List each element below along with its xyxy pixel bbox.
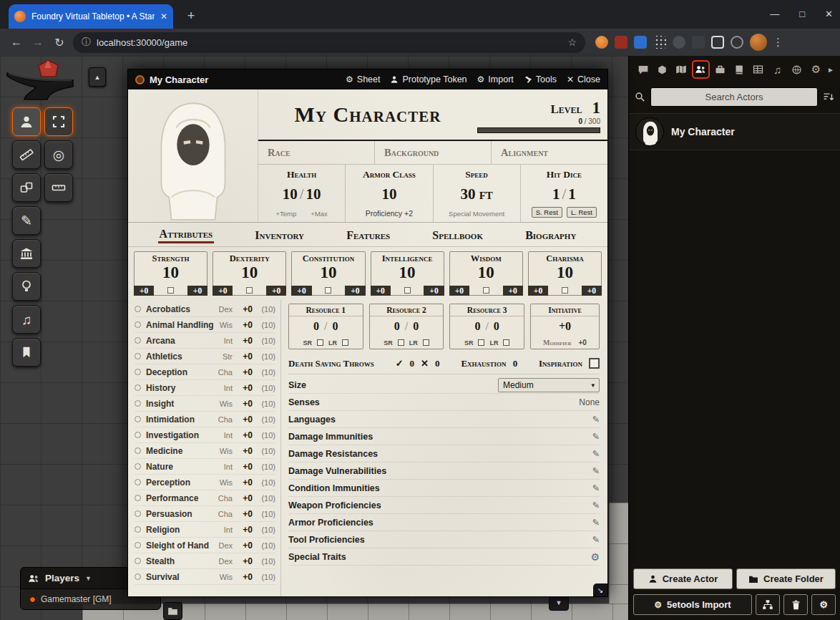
maximize-icon[interactable]: □ [799,9,805,19]
search-actors-input[interactable] [650,87,818,107]
resource-value[interactable]: 0 [394,320,400,333]
token-controls-button[interactable] [12,107,41,136]
skill-proficiency-toggle[interactable] [135,542,141,548]
death-success-count[interactable]: 0 [410,358,415,369]
save-proficiency-checkbox[interactable] [325,287,331,294]
tab-scenes[interactable] [673,60,690,79]
sheet-button[interactable]: ⚙Sheet [346,74,380,84]
bookmark-star-icon[interactable]: ☆ [567,37,577,48]
inspiration-checkbox[interactable] [589,358,600,369]
skill-name[interactable]: Religion [146,525,214,535]
window-resize-handle[interactable]: ↘ [593,583,607,596]
delete-button[interactable] [783,594,808,615]
sheet-tab-features[interactable]: Features [345,227,391,243]
size-select[interactable]: Medium▾ [498,378,600,392]
lr-checkbox[interactable] [342,339,348,346]
background-field[interactable]: Background [375,141,492,164]
death-fail-icon[interactable]: ✕ [421,358,429,369]
edit-icon[interactable]: ✎ [592,465,600,476]
resource-value[interactable]: 0 [313,320,319,333]
edit-icon[interactable]: ✎ [592,517,600,528]
ac-value[interactable]: 10 [381,185,396,203]
skill-name[interactable]: Athletics [146,352,214,362]
ability-score[interactable]: 10 [213,264,285,281]
url-text[interactable]: localhost:30000/game [97,37,562,48]
initiative-modifier-value[interactable]: +0 [578,339,586,347]
skill-proficiency-toggle[interactable] [135,463,141,470]
xp-line[interactable]: 0 / 300 [477,117,600,125]
extension-icon[interactable] [595,36,608,49]
skill-name[interactable]: Arcana [146,336,214,346]
edit-icon[interactable]: ✎ [592,414,600,425]
skill-name[interactable]: History [146,383,214,393]
extension-icon[interactable] [615,36,627,49]
sr-checkbox[interactable] [398,339,404,346]
skill-name[interactable]: Stealth [146,556,214,566]
hp-max[interactable]: 10 [306,185,321,203]
skill-row-deception[interactable]: DeceptionCha+0(10) [135,364,275,380]
alignment-field[interactable]: Alignment [492,141,607,164]
resource-max[interactable]: 0 [413,320,419,333]
drawing-controls-button[interactable]: ✎ [12,206,41,235]
notes-controls-button[interactable] [12,338,41,367]
skill-proficiency-toggle[interactable] [135,495,141,501]
tab-close-icon[interactable]: ✕ [160,11,167,21]
ruler-tool-button[interactable] [44,173,73,202]
back-icon[interactable]: ← [6,36,27,49]
save-proficiency-checkbox[interactable] [167,287,174,294]
folder-tree-button[interactable] [756,594,780,615]
resource-max[interactable]: 0 [333,320,338,333]
skill-proficiency-toggle[interactable] [135,479,141,485]
tab-compendium[interactable] [788,60,806,79]
macro-folder-button[interactable] [163,602,182,620]
skill-name[interactable]: Survival [146,572,214,582]
skill-row-intimidation[interactable]: IntimidationCha+0(10) [135,412,275,427]
hit-dice-value[interactable]: 1 [552,185,560,203]
skill-name[interactable]: Deception [146,367,214,377]
sheet-tab-inventory[interactable]: Inventory [253,227,306,243]
lr-checkbox[interactable] [503,339,509,346]
edit-icon[interactable]: ✎ [592,483,600,493]
race-field[interactable]: Race [258,141,375,164]
actor-list-item[interactable]: My Character [629,113,840,150]
lr-checkbox[interactable] [423,339,429,346]
long-rest-button[interactable]: L. Rest [567,207,597,218]
skill-row-sleight-of-hand[interactable]: Sleight of HandDex+0(10) [135,538,275,553]
browser-tab[interactable]: Foundry Virtual Tabletop • A Stan ✕ [9,4,173,29]
skill-row-insight[interactable]: InsightWis+0(10) [135,396,275,412]
skill-row-arcana[interactable]: ArcanaInt+0(10) [135,333,275,349]
skill-proficiency-toggle[interactable] [135,337,141,344]
edit-icon[interactable]: ✎ [592,431,600,442]
save-proficiency-checkbox[interactable] [562,287,568,294]
character-name[interactable]: My Character [258,102,477,127]
skill-name[interactable]: Investigation [146,430,214,440]
special-movement-label[interactable]: Special Movement [449,210,504,218]
create-folder-button[interactable]: Create Folder [736,568,836,589]
skill-name[interactable]: Persuasion [146,509,214,519]
temp-hp-label[interactable]: +Temp [275,210,296,218]
resource-value[interactable]: 0 [474,320,480,333]
skill-row-medicine[interactable]: MedicineWis+0(10) [135,443,275,459]
tab-settings[interactable]: ⚙ [807,60,825,79]
lighting-controls-button[interactable] [12,272,41,301]
sr-checkbox[interactable] [478,339,484,346]
skill-row-stealth[interactable]: StealthDex+0(10) [135,553,275,569]
skill-name[interactable]: Acrobatics [146,304,214,314]
scroll-down-button[interactable]: ▼ [549,595,569,611]
tab-tables[interactable] [749,60,767,79]
skill-name[interactable]: Intimidation [146,415,214,425]
site-info-icon[interactable]: ⓘ [82,36,91,49]
scene-ground-sliver[interactable] [609,503,628,604]
configure-button[interactable]: ⚙ [811,594,836,615]
edit-icon[interactable]: ✎ [592,534,600,545]
close-window-icon[interactable]: ✕ [825,9,833,19]
sheet-tab-spellbook[interactable]: Spellbook [431,227,484,243]
skill-proficiency-toggle[interactable] [135,526,141,533]
skill-row-survival[interactable]: SurvivalWis+0(10) [135,569,275,585]
save-proficiency-checkbox[interactable] [404,287,411,294]
extension-icon[interactable] [731,36,743,49]
skill-proficiency-toggle[interactable] [135,416,141,422]
skill-name[interactable]: Nature [146,462,214,472]
new-tab-button[interactable]: + [182,7,200,26]
skill-row-acrobatics[interactable]: AcrobaticsDex+0(10) [135,301,275,317]
